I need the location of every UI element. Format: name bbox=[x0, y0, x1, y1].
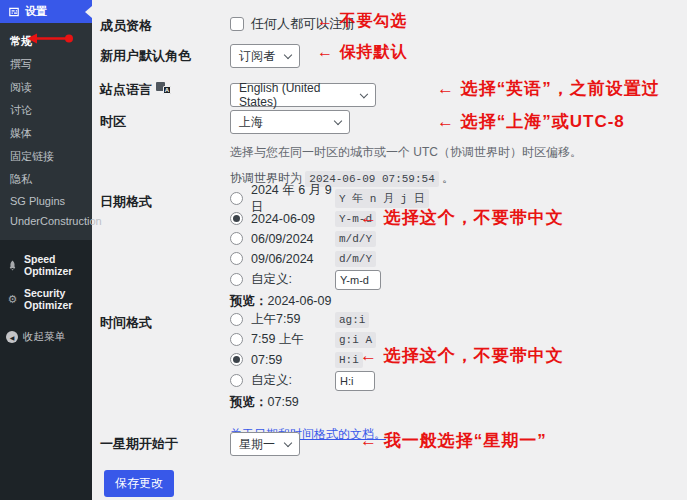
time-format-custom-row: 自定义: bbox=[230, 372, 687, 389]
timezone-select[interactable]: 上海 bbox=[230, 110, 350, 134]
collapse-menu-label: 收起菜单 bbox=[23, 330, 65, 344]
settings-icon bbox=[7, 5, 20, 18]
annotation-week-start: ← 我一般选择“星期一” bbox=[360, 429, 547, 452]
sidebar-item-media[interactable]: 媒体 bbox=[0, 122, 92, 145]
speed-optimizer-label: Speed Optimizer bbox=[24, 253, 86, 277]
date-format-radio-1[interactable] bbox=[230, 212, 243, 225]
site-language-value: English (United States) bbox=[239, 81, 351, 109]
annotation-membership: ← 不要勾选 bbox=[317, 11, 407, 32]
annotation-timezone: ← 选择“上海”或UTC-8 bbox=[437, 110, 625, 133]
time-format-option: 上午7:59 ag:i bbox=[230, 311, 687, 328]
annotation-default-role: ← 保持默认 bbox=[317, 42, 407, 63]
annotation-arrow-general bbox=[26, 32, 74, 45]
date-format-code-3: d/m/Y bbox=[335, 251, 376, 267]
week-start-select[interactable]: 星期一 bbox=[230, 432, 300, 456]
time-format-radio-2[interactable] bbox=[230, 353, 243, 366]
default-role-label: 新用户默认角色 bbox=[100, 44, 230, 68]
security-optimizer-label: Security Optimizer bbox=[24, 287, 86, 311]
sidebar-item-sg-plugins[interactable]: SG Plugins bbox=[0, 191, 92, 211]
date-format-custom-input[interactable] bbox=[335, 270, 381, 290]
sidebar-item-writing[interactable]: 撰写 bbox=[0, 53, 92, 76]
settings-submenu: 常规 撰写 阅读 讨论 媒体 固定链接 隐私 SG Plugins UnderC… bbox=[0, 23, 92, 240]
collapse-arrow-icon: ◀ bbox=[6, 331, 18, 343]
gear-icon: ⚙ bbox=[6, 293, 19, 306]
timezone-label: 时区 bbox=[100, 110, 230, 187]
sidebar-item-speed-optimizer[interactable]: Speed Optimizer bbox=[0, 248, 92, 282]
date-format-option: 06/09/2024 m/d/Y bbox=[230, 230, 687, 247]
sidebar-item-settings[interactable]: 设置 bbox=[0, 0, 92, 23]
sidebar-item-reading[interactable]: 阅读 bbox=[0, 76, 92, 99]
save-changes-button[interactable]: 保存更改 bbox=[104, 470, 174, 497]
time-format-label: 时间格式 bbox=[100, 311, 230, 443]
site-language-select[interactable]: English (United States) bbox=[230, 83, 376, 107]
time-format-preview: 预览：07:59 bbox=[230, 394, 687, 411]
chevron-down-icon bbox=[334, 116, 342, 124]
timezone-value: 上海 bbox=[239, 114, 263, 131]
sidebar-item-permalinks[interactable]: 固定链接 bbox=[0, 145, 92, 168]
date-format-label: 日期格式 bbox=[100, 190, 230, 310]
time-format-radio-1[interactable] bbox=[230, 333, 243, 346]
date-format-preview: 预览：2024-06-09 bbox=[230, 293, 687, 310]
date-format-radio-0[interactable] bbox=[230, 192, 243, 205]
date-format-option: 2024 年 6 月 9 日 Y 年 n 月 j 日 bbox=[230, 190, 687, 207]
chevron-down-icon bbox=[360, 89, 368, 97]
rocket-icon bbox=[6, 259, 19, 272]
time-format-custom-input[interactable] bbox=[335, 371, 375, 391]
membership-label: 成员资格 bbox=[100, 14, 230, 35]
time-format-code-2: H:i bbox=[335, 352, 363, 368]
time-format-radio-custom[interactable] bbox=[230, 374, 243, 387]
week-start-value: 星期一 bbox=[239, 436, 275, 453]
sidebar-settings-label: 设置 bbox=[25, 4, 47, 19]
timezone-description: 选择与您在同一时区的城市或一个 UTC（协调世界时）时区偏移。 bbox=[230, 144, 687, 161]
default-role-select[interactable]: 订阅者 bbox=[230, 44, 300, 68]
admin-sidebar: 设置 常规 撰写 阅读 讨论 媒体 固定链接 隐私 SG Plugins Und… bbox=[0, 0, 92, 500]
date-format-custom-row: 自定义: bbox=[230, 271, 687, 288]
annotation-date-format: ← 选择这个，不要带中文 bbox=[360, 206, 564, 229]
date-format-radio-3[interactable] bbox=[230, 252, 243, 265]
chevron-down-icon bbox=[284, 438, 292, 446]
time-format-code-0: ag:i bbox=[335, 312, 369, 328]
site-language-label: 站点语言 bbox=[100, 81, 152, 99]
date-format-radio-2[interactable] bbox=[230, 232, 243, 245]
settings-form: 成员资格 任何人都可以注册 新用户默认角色 订阅者 站点语言 A English… bbox=[92, 0, 687, 500]
week-start-label: 一星期开始于 bbox=[100, 432, 230, 456]
date-format-radio-custom[interactable] bbox=[230, 273, 243, 286]
annotation-time-format: ← 选择这个，不要带中文 bbox=[360, 344, 564, 367]
time-format-radio-0[interactable] bbox=[230, 313, 243, 326]
sidebar-item-general[interactable]: 常规 bbox=[0, 30, 92, 53]
date-format-option: 09/06/2024 d/m/Y bbox=[230, 250, 687, 267]
annotation-site-language: ← 选择“英语”，之前设置过 bbox=[437, 77, 660, 100]
sidebar-item-discussion[interactable]: 讨论 bbox=[0, 99, 92, 122]
collapse-menu-button[interactable]: ◀ 收起菜单 bbox=[0, 324, 92, 350]
translation-icon: A bbox=[156, 82, 171, 94]
default-role-value: 订阅者 bbox=[239, 48, 275, 65]
sidebar-item-underconstruction[interactable]: UnderConstruction bbox=[0, 211, 92, 231]
sidebar-item-security-optimizer[interactable]: ⚙ Security Optimizer bbox=[0, 282, 92, 316]
date-format-code-2: m/d/Y bbox=[335, 231, 376, 247]
membership-checkbox[interactable] bbox=[230, 17, 244, 31]
sidebar-item-privacy[interactable]: 隐私 bbox=[0, 168, 92, 191]
chevron-down-icon bbox=[284, 50, 292, 58]
current-menu-notch bbox=[85, 6, 92, 18]
